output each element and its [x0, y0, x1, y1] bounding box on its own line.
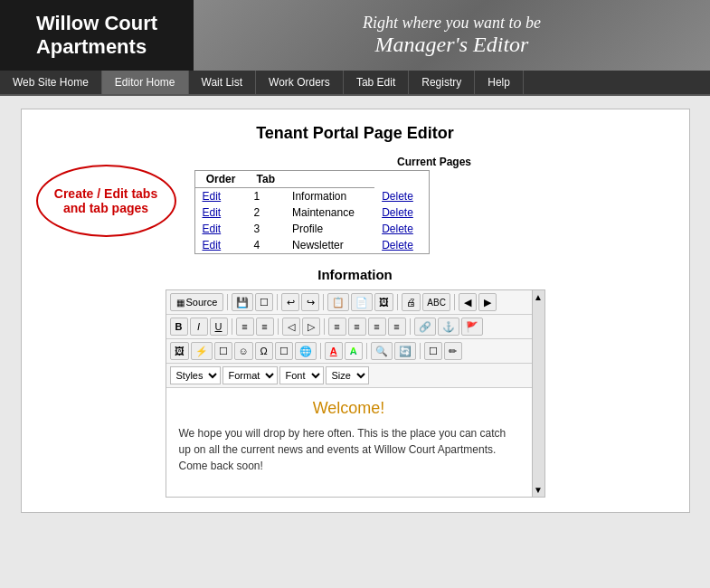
indent-btn[interactable]: ▷ [302, 318, 320, 336]
save-btn[interactable]: 💾 [232, 293, 253, 311]
find-btn[interactable]: 🔍 [371, 342, 393, 360]
main-content: Tenant Portal Page Editor Create / Edit … [0, 96, 710, 588]
table-btn[interactable]: ☐ [214, 342, 232, 360]
align-right-btn[interactable]: ≡ [368, 318, 386, 336]
editor-toolbar3: 🖼 ⚡ ☐ ☺ Ω ☐ 🌐 A A 🔍 🔄 ☐ [166, 339, 532, 364]
size-select[interactable]: Size [326, 366, 369, 384]
nav-wait-list[interactable]: Wait List [189, 71, 257, 94]
banner-line2: Manager's Editor [375, 33, 529, 57]
editor-body[interactable]: We hope you will drop by here often. Thi… [179, 425, 519, 474]
col-actions [285, 171, 374, 188]
edit-link[interactable]: Edit [194, 221, 247, 237]
editor-wrapper: ▦Source 💾 ☐ ↩ ↪ 📋 📄 🖼 🖨 ABC [166, 290, 544, 497]
editor-box: ▦Source 💾 ☐ ↩ ↪ 📋 📄 🖼 🖨 ABC [166, 289, 545, 498]
ol-btn[interactable]: ≡ [236, 318, 254, 336]
sep9 [410, 318, 411, 335]
header-banner: Right where you want to be Manager's Edi… [194, 0, 710, 71]
edit-link[interactable]: Edit [194, 204, 247, 221]
font-color-btn[interactable]: A [325, 342, 343, 360]
nav-editor-home[interactable]: Editor Home [102, 71, 189, 94]
ul-btn[interactable]: ≡ [256, 318, 274, 336]
editor-content[interactable]: Welcome! We hope you will drop by here o… [166, 388, 532, 497]
nav-registry[interactable]: Registry [409, 71, 475, 94]
anchor-btn[interactable]: ⚓ [438, 318, 459, 336]
order-cell: 2 [247, 204, 286, 221]
sep6 [232, 318, 232, 335]
edit-link[interactable]: Edit [194, 188, 247, 205]
copy-btn[interactable]: 📋 [327, 293, 349, 311]
sep10 [320, 343, 321, 359]
delete-link[interactable]: Delete [374, 221, 429, 237]
source-icon: ▦ [176, 298, 185, 308]
spell-btn[interactable]: ABC [422, 293, 450, 311]
pages-table: Order Tab Edit 1 Information Delete Edit… [194, 170, 430, 254]
page-title: Tenant Portal Page Editor [36, 124, 675, 143]
source-button[interactable]: ▦Source [170, 293, 224, 311]
bg-color-btn[interactable]: A [345, 342, 363, 360]
sep3 [323, 294, 324, 310]
italic-btn[interactable]: I [190, 318, 208, 336]
tab-cell: Maintenance [285, 204, 374, 221]
undo-btn[interactable]: ↩ [281, 293, 299, 311]
flash-btn[interactable]: ⚡ [191, 342, 213, 360]
order-cell: 1 [247, 188, 286, 205]
oval-label: Create / Edit tabs and tab pages [36, 165, 176, 237]
print-btn[interactable]: 🖨 [402, 293, 421, 311]
delete-link[interactable]: Delete [374, 237, 429, 254]
tab-cell: Newsletter [285, 237, 374, 254]
table-row: Edit 2 Maintenance Delete [194, 204, 429, 221]
img-insert-btn[interactable]: 🖼 [170, 342, 189, 360]
sep11 [366, 343, 367, 359]
align-left-btn[interactable]: ≡ [328, 318, 346, 336]
format-select[interactable]: Format [222, 366, 278, 384]
sep2 [277, 294, 278, 310]
styles-select[interactable]: Styles [170, 366, 221, 384]
paste-btn[interactable]: 📄 [351, 293, 373, 311]
globe-btn[interactable]: 🌐 [295, 342, 317, 360]
scrollbar-down[interactable]: ▼ [532, 483, 544, 497]
outdent-btn[interactable]: ◁ [282, 318, 300, 336]
link-btn[interactable]: 🔗 [414, 318, 436, 336]
image-btn[interactable]: 🖼 [374, 293, 393, 311]
editor-scrollbar[interactable]: ▲ ▼ [532, 290, 544, 497]
pages-tbody: Edit 1 Information Delete Edit 2 Mainten… [194, 188, 429, 254]
sep7 [278, 318, 279, 335]
bold-btn[interactable]: B [170, 318, 188, 336]
order-cell: 4 [247, 237, 286, 254]
edit-link[interactable]: Edit [194, 237, 247, 254]
next-btn[interactable]: ▶ [478, 293, 497, 311]
current-pages-caption: Current Pages [194, 156, 675, 170]
maximize-btn[interactable]: ☐ [424, 342, 442, 360]
underline-btn[interactable]: U [210, 318, 228, 336]
show-blocks-btn[interactable]: ✏ [444, 342, 462, 360]
nav-website-home[interactable]: Web Site Home [0, 71, 102, 94]
replace-btn[interactable]: 🔄 [394, 342, 416, 360]
prev-btn[interactable]: ◀ [459, 293, 477, 311]
pages-table-container: Current Pages Order Tab Edit 1 Informati… [194, 156, 675, 254]
redo-btn[interactable]: ↪ [301, 293, 319, 311]
align-justify-btn[interactable]: ≡ [388, 318, 406, 336]
special-char-btn[interactable]: Ω [255, 342, 273, 360]
smiley-btn[interactable]: ☺ [234, 342, 253, 360]
iframe-btn[interactable]: ☐ [275, 342, 293, 360]
new-btn[interactable]: ☐ [255, 293, 273, 311]
logo-text: Willow Court Apartments [36, 12, 157, 60]
delete-link[interactable]: Delete [374, 204, 429, 221]
tab-cell: Information [285, 188, 374, 205]
table-row: Edit 1 Information Delete [194, 188, 429, 205]
nav-bar: Web Site Home Editor Home Wait List Work… [0, 71, 710, 96]
editor-main: ▦Source 💾 ☐ ↩ ↪ 📋 📄 🖼 🖨 ABC [166, 290, 532, 497]
editor-toolbar2: B I U ≡ ≡ ◁ ▷ ≡ ≡ ≡ ≡ [166, 315, 532, 339]
banner-line1: Right where you want to be [363, 14, 541, 33]
font-select[interactable]: Font [279, 366, 324, 384]
nav-help[interactable]: Help [475, 71, 524, 94]
scrollbar-up[interactable]: ▲ [532, 290, 544, 304]
nav-work-orders[interactable]: Work Orders [256, 71, 344, 94]
nav-tab-edit[interactable]: Tab Edit [344, 71, 409, 94]
delete-link[interactable]: Delete [374, 188, 429, 205]
col-tab: Tab [247, 171, 286, 188]
align-center-btn[interactable]: ≡ [348, 318, 366, 336]
editor-welcome: Welcome! [179, 399, 519, 418]
flag-btn[interactable]: 🚩 [461, 318, 483, 336]
header: Willow Court Apartments Right where you … [0, 0, 710, 71]
